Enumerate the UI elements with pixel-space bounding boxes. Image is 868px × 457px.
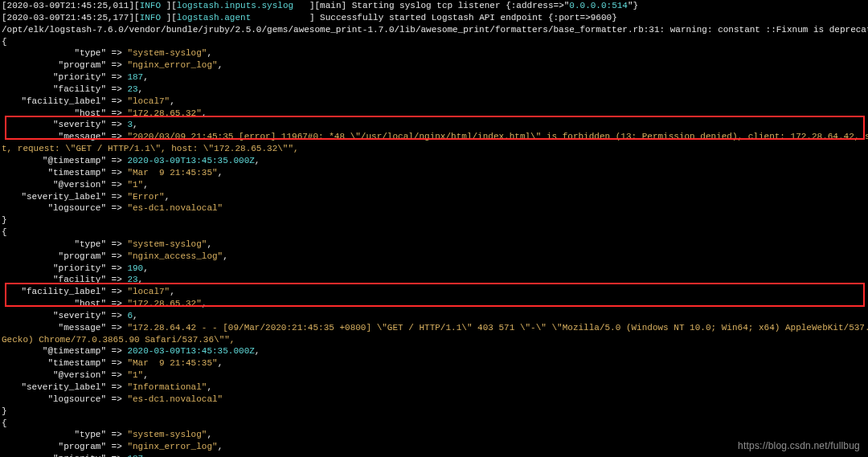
log-kv: "timestamp" => "Mar 9 21:45:35", bbox=[2, 167, 866, 179]
log-kv: "type" => "system-syslog", bbox=[2, 429, 866, 441]
log-kv: "message" => "172.28.64.42 - - [09/Mar/2… bbox=[2, 322, 866, 334]
log-kv: "severity_label" => "Informational", bbox=[2, 382, 866, 394]
log-kv: "facility_label" => "local7", bbox=[2, 286, 866, 298]
log-kv: "program" => "nginx_error_log", bbox=[2, 59, 866, 71]
log-kv: "priority" => 190, bbox=[2, 263, 866, 275]
log-line: /opt/elk/logstash-7.6.0/vendor/bundle/jr… bbox=[2, 24, 866, 36]
log-kv: "severity" => 6, bbox=[2, 310, 866, 322]
log-kv: "@timestamp" => 2020-03-09T13:45:35.000Z… bbox=[2, 155, 866, 167]
log-kv: "severity" => 3, bbox=[2, 119, 866, 131]
log-kv: "facility" => 23, bbox=[2, 274, 866, 286]
log-kv: "severity_label" => "Error", bbox=[2, 191, 866, 203]
watermark-text: https://blog.csdn.net/fullbug bbox=[738, 439, 860, 452]
log-kv: "timestamp" => "Mar 9 21:45:35", bbox=[2, 357, 866, 369]
log-line: [2020-03-09T21:45:25,011][INFO ][logstas… bbox=[2, 0, 866, 12]
log-kv: "facility_label" => "local7", bbox=[2, 96, 866, 108]
log-kv: "@version" => "1", bbox=[2, 179, 866, 191]
log-kv: "host" => "172.28.65.32", bbox=[2, 108, 866, 120]
log-kv: "facility" => 23, bbox=[2, 84, 866, 96]
log-kv: "program" => "nginx_access_log", bbox=[2, 251, 866, 263]
log-kv: "logsource" => "es-dc1.novalocal" bbox=[2, 394, 866, 406]
log-kv: "type" => "system-syslog", bbox=[2, 239, 866, 251]
log-kv: "priority" => 187, bbox=[2, 71, 866, 84]
log-kv: "program" => "nginx_error_log", bbox=[2, 441, 866, 453]
log-kv: "logsource" => "es-dc1.novalocal" bbox=[2, 202, 866, 214]
log-continuation: Gecko) Chrome/77.0.3865.90 Safari/537.36… bbox=[2, 334, 866, 346]
log-kv: "type" => "system-syslog", bbox=[2, 47, 866, 59]
log-kv: "message" => "2020/03/09 21:45:35 [error… bbox=[2, 131, 866, 143]
log-kv: "@timestamp" => 2020-03-09T13:45:35.000Z… bbox=[2, 345, 866, 357]
log-kv: "host" => "172.28.65.32", bbox=[2, 298, 866, 310]
log-kv: "priority" => 187, bbox=[2, 453, 866, 457]
terminal-output: [2020-03-09T21:45:25,011][INFO ][logstas… bbox=[0, 0, 868, 457]
log-line: [2020-03-09T21:45:25,177][INFO ][logstas… bbox=[2, 12, 866, 24]
log-kv: "@version" => "1", bbox=[2, 369, 866, 382]
log-continuation: t, request: \"GET / HTTP/1.1\", host: \"… bbox=[2, 143, 866, 155]
